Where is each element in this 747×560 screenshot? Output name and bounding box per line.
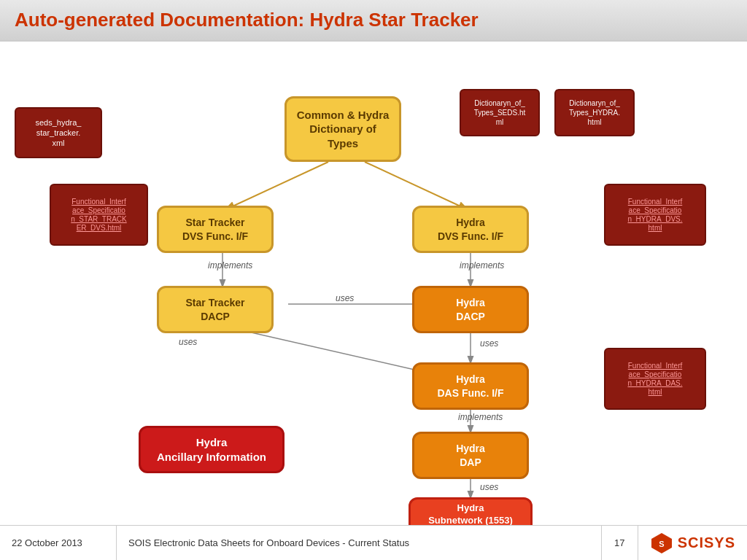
node-seds-hydra-xml: seds_hydra_ star_tracker. xml [15,107,102,158]
node-hydra-das[interactable]: Hydra DAS Func. I/F [412,362,529,410]
label-uses-dacp: uses [480,338,498,349]
label-implements-right: implements [460,260,504,271]
label-uses-dap: uses [480,482,498,492]
svg-line-1 [365,162,467,209]
node-dict-seds: Dictionaryn_of_ Types_SEDS.ht ml [460,89,540,136]
node-common-hydra-dict[interactable]: Common & Hydra Dictionary of Types [285,96,401,162]
scisys-logo-text: SCISYS [678,534,735,551]
node-hydra-dvs[interactable]: Hydra DVS Func. I/F [412,206,529,253]
node-func-hydra-dvs[interactable]: Functional_Interf ace_Specificatio n_HYD… [604,184,706,246]
svg-text:S: S [659,540,664,548]
footer-logo: S SCISYS [638,526,747,560]
svg-line-0 [226,162,328,209]
node-func-hydra-das[interactable]: Functional_Interf ace_Specificatio n_HYD… [604,348,706,410]
header: Auto-generated Documentation: Hydra Star… [0,0,747,42]
footer: 22 October 2013 SOIS Electronic Data She… [0,525,747,560]
label-implements-left: implements [208,260,252,271]
footer-subtitle: SOIS Electronic Data Sheets for Onboard … [117,526,602,560]
node-star-tracker-dacp[interactable]: Star Tracker DACP [157,286,274,333]
page-title: Auto-generated Documentation: Hydra Star… [15,9,732,31]
main-content: seds_hydra_ star_tracker. xml Common & H… [0,42,747,545]
label-uses-left: uses [179,337,197,347]
node-hydra-ancillary[interactable]: Hydra Ancillary Information [139,426,285,473]
node-dict-hydra: Dictionaryn_of_ Types_HYDRA. html [554,89,635,136]
scisys-logo-icon: S [650,532,673,555]
label-uses-cross: uses [336,293,354,303]
node-func-star-tracker[interactable]: Functional_Interf ace_Specificatio n_STA… [50,184,148,246]
node-hydra-dacp[interactable]: Hydra DACP [412,286,529,333]
node-hydra-dap[interactable]: Hydra DAP [412,432,529,479]
node-star-tracker-dvs[interactable]: Star Tracker DVS Func. I/F [157,206,274,253]
footer-date: 22 October 2013 [0,526,117,560]
footer-page: 17 [602,526,638,560]
label-implements-das: implements [458,412,503,422]
